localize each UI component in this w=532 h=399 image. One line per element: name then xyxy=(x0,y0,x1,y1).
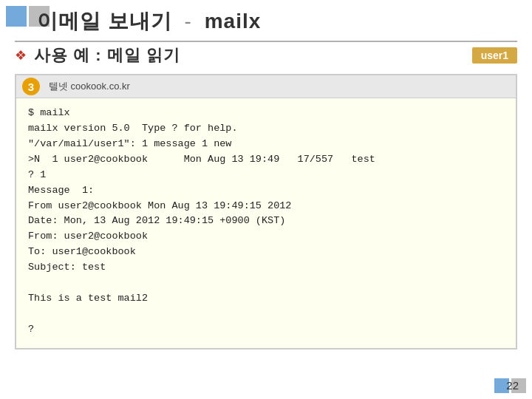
title-dash: - xyxy=(185,10,199,33)
title-sub: mailx xyxy=(205,10,262,33)
main-content: ❖ 사용 예 : 메일 읽기 user1 3 텔넷 cookook.co.kr … xyxy=(15,44,517,369)
title-bar: 이메일 보내기 - mailx xyxy=(37,7,261,35)
terminal-content: $ mailx mailx version 5.0 Type ? for hel… xyxy=(28,106,504,338)
page-container: 이메일 보내기 - mailx ❖ 사용 예 : 메일 읽기 user1 3 텔… xyxy=(0,0,532,399)
terminal-titlebar: 3 텔넷 cookook.co.kr xyxy=(16,75,516,98)
bullet-diamond-icon: ❖ xyxy=(15,47,27,64)
step-number: 3 xyxy=(22,78,40,95)
user-badge: user1 xyxy=(472,47,517,64)
square-blue-icon xyxy=(6,6,27,27)
terminal-block: 3 텔넷 cookook.co.kr $ mailx mailx version… xyxy=(15,74,517,349)
section-heading: ❖ 사용 예 : 메일 읽기 user1 xyxy=(15,44,517,66)
terminal-body: $ mailx mailx version 5.0 Type ? for hel… xyxy=(16,98,516,348)
title-divider xyxy=(15,41,517,42)
title-main: 이메일 보내기 xyxy=(37,10,172,33)
section-title: 사용 예 : 메일 읽기 xyxy=(34,44,180,66)
terminal-title-text: 텔넷 cookook.co.kr xyxy=(49,80,130,93)
page-title: 이메일 보내기 - mailx xyxy=(37,7,261,35)
section-heading-left: ❖ 사용 예 : 메일 읽기 xyxy=(15,44,180,66)
page-number: 22 xyxy=(506,379,519,392)
